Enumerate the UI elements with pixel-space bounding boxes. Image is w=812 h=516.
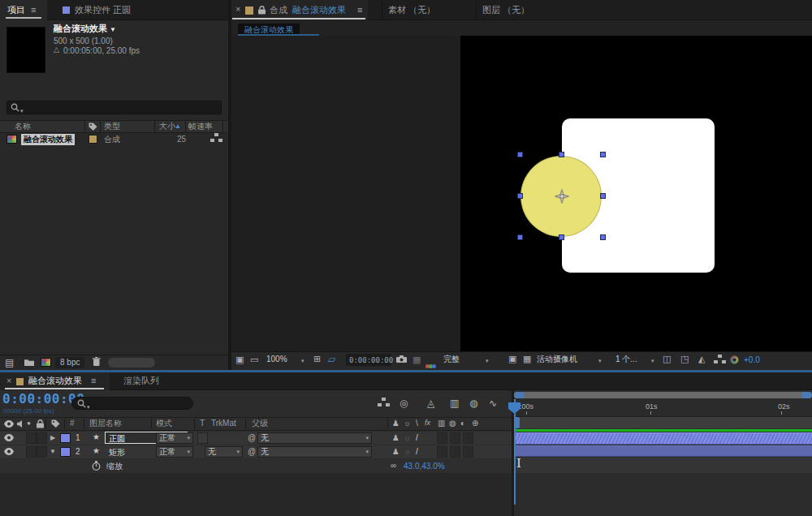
navigator-end-handle[interactable] [802, 392, 812, 398]
shy-toggle-icon[interactable]: ♟ [392, 448, 400, 456]
region-of-interest-icon[interactable]: ▣ [508, 355, 516, 363]
tab-effect-controls[interactable]: 效果控件 正圆 [75, 6, 131, 15]
switch-cell[interactable] [450, 432, 460, 444]
collapse-toggle-icon[interactable]: ☼ [404, 434, 411, 442]
column-name[interactable]: 名称 [15, 123, 31, 131]
selection-handle[interactable] [517, 152, 523, 157]
view-layout-value[interactable]: 1 个... [615, 355, 637, 363]
trkmat-empty-cell[interactable] [197, 432, 208, 444]
always-preview-icon[interactable]: ▣ [235, 355, 244, 364]
parent-pickwhip-icon[interactable]: @ [248, 434, 256, 442]
primary-viewer-icon[interactable]: ▭ [250, 355, 258, 364]
new-folder-icon[interactable] [24, 359, 34, 366]
composition-canvas[interactable] [231, 36, 812, 351]
shy-toggle-icon[interactable]: ♟ [392, 434, 400, 442]
expand-arrow-icon[interactable]: ▶ [50, 435, 55, 441]
blend-mode-dropdown[interactable]: 正常▾ [156, 446, 193, 458]
timeline-tab-close-icon[interactable]: × [6, 376, 11, 385]
show-snapshot-icon[interactable]: ▦ [412, 355, 421, 364]
reset-exposure-icon[interactable] [730, 355, 739, 364]
layer-name[interactable]: 正圆 [109, 435, 125, 443]
transparency-grid-icon[interactable]: ▦ [523, 355, 531, 363]
switch-cell[interactable] [450, 446, 460, 458]
switch-cell[interactable] [437, 446, 447, 458]
viewer-tab-kind[interactable]: 合成 [270, 6, 287, 15]
tab-footage[interactable]: 素材 （无） [388, 6, 435, 15]
viewer-tab-title[interactable]: 融合滚动效果 [292, 6, 346, 15]
audio-toggle-cell[interactable] [26, 446, 37, 458]
search-options-chevron-icon[interactable]: ▾ [20, 108, 24, 114]
selection-handle[interactable] [600, 152, 606, 157]
solo-toggle-cell[interactable] [37, 432, 47, 444]
pixel-aspect-correction-icon[interactable]: ◫ [663, 355, 671, 363]
parent-pickwhip-icon[interactable]: @ [248, 448, 256, 456]
search-options-chevron-icon[interactable]: ▾ [87, 404, 90, 410]
time-navigator-track[interactable] [514, 392, 812, 398]
fast-preview-icon[interactable]: ◳ [680, 355, 689, 363]
timeline-button-icon[interactable]: ◭ [698, 355, 705, 363]
layer-bar-2[interactable] [514, 445, 812, 457]
link-dimensions-icon[interactable]: ∞ [391, 462, 396, 470]
label-column-tag-icon[interactable] [89, 123, 97, 131]
column-size[interactable]: 大小 [159, 123, 175, 131]
comp-mini-flowchart-icon[interactable] [382, 398, 386, 401]
switch-cell[interactable] [437, 432, 447, 444]
project-item-name[interactable]: 融合滚动效果 [21, 134, 75, 145]
mask-visibility-icon[interactable]: ▱ [328, 355, 335, 364]
audio-toggle-cell[interactable] [26, 432, 37, 444]
navigator-start-handle[interactable] [514, 392, 524, 398]
snapshot-camera-icon[interactable] [396, 355, 407, 363]
column-layer-name[interactable]: 图层名称 [89, 419, 122, 428]
camera-chevron-icon[interactable]: ▾ [598, 358, 602, 363]
project-scrollbar-thumb[interactable] [108, 358, 155, 368]
layer-label-chip[interactable] [60, 447, 71, 457]
tab-project-label[interactable]: 项目 [7, 6, 25, 15]
hide-shy-layers-icon[interactable]: ◬ [427, 398, 434, 408]
tab-render-queue[interactable]: 渲染队列 [123, 376, 159, 385]
view-layout-chevron-icon[interactable]: ▾ [651, 358, 654, 363]
property-name[interactable]: 缩放 [106, 462, 123, 471]
collapse-toggle-icon[interactable]: ☼ [404, 448, 411, 456]
draft-3d-icon[interactable]: ◎ [400, 398, 408, 408]
magnification-chevron-icon[interactable]: ▾ [301, 358, 304, 363]
quality-toggle-icon[interactable]: / [416, 434, 418, 442]
interpret-footage-icon[interactable]: ▤ [5, 358, 14, 368]
selection-handle[interactable] [517, 234, 523, 240]
motion-blur-icon[interactable]: ◍ [469, 398, 477, 408]
frame-blend-icon[interactable]: ▥ [450, 398, 459, 408]
selection-handle[interactable] [517, 193, 523, 199]
switch-cell[interactable] [463, 446, 473, 458]
column-type[interactable]: 类型 [104, 123, 120, 131]
parent-dropdown[interactable]: 无▾ [257, 446, 372, 458]
playhead-line[interactable] [514, 399, 516, 505]
comp-title[interactable]: 融合滚动效果 ▼ [54, 24, 116, 33]
resolution-value[interactable]: 完整 [443, 355, 460, 363]
tab-layer[interactable]: 图层 （无） [482, 6, 529, 15]
bit-depth-button[interactable]: 8 bpc [55, 357, 84, 368]
grid-guides-icon[interactable]: ⊞ [313, 355, 321, 363]
exposure-value[interactable]: +0.0 [744, 356, 760, 364]
layer-bar-1[interactable] [514, 432, 812, 445]
property-value[interactable]: 43.0,43.0% [404, 462, 445, 471]
column-framerate[interactable]: 帧速率 [188, 123, 213, 131]
trkmat-dropdown[interactable]: 无▾ [205, 446, 243, 458]
trash-icon[interactable] [93, 357, 101, 366]
resolution-chevron-icon[interactable]: ▾ [486, 358, 489, 363]
layer-name[interactable]: 矩形 [109, 449, 125, 457]
graph-editor-icon[interactable]: ∿ [489, 398, 497, 408]
selection-handle[interactable] [559, 234, 564, 240]
project-search-input[interactable] [6, 101, 222, 114]
anchor-point-icon[interactable] [555, 189, 569, 204]
sort-ascending-icon[interactable]: ▲ [175, 123, 181, 130]
item-label-color-chip[interactable] [89, 135, 97, 144]
column-mode[interactable]: 模式 [156, 419, 172, 428]
magnification-value[interactable]: 100% [266, 355, 287, 363]
viewer-timecode[interactable]: 0:00:00:00 [349, 357, 393, 364]
new-composition-icon[interactable] [41, 358, 51, 367]
quality-toggle-icon[interactable]: / [416, 448, 418, 456]
collapse-arrow-icon[interactable]: ▼ [50, 449, 56, 455]
parent-dropdown[interactable]: 无▾ [257, 432, 372, 444]
time-ruler[interactable] [514, 399, 812, 417]
viewer-panel-menu-icon[interactable]: ≡ [357, 6, 362, 15]
eye-icon[interactable] [4, 448, 14, 455]
